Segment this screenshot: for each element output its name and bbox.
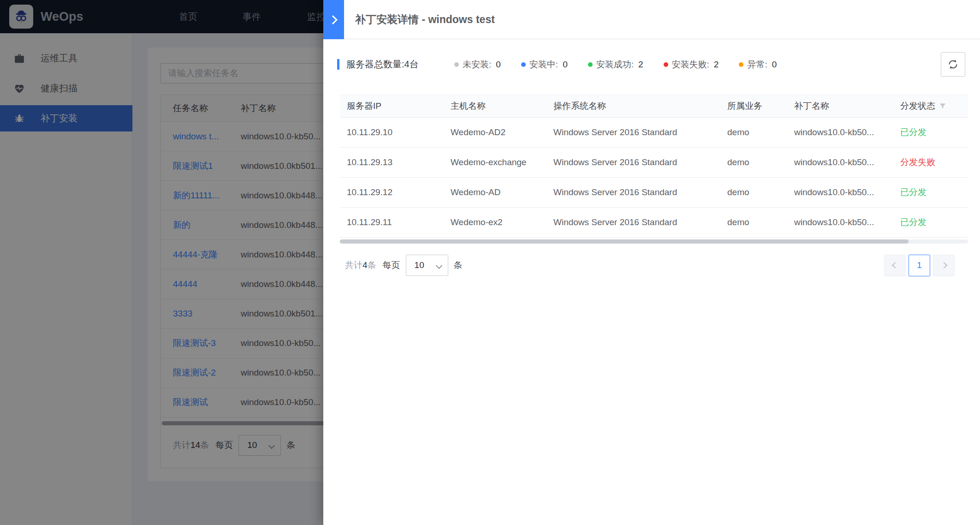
distribute-status-cell: 已分发 bbox=[893, 126, 968, 138]
server-summary-row: 服务器总数量:4台 未安装: 0 安装中: 0 安装成功: 2 bbox=[323, 52, 980, 77]
table-row[interactable]: 10.11.29.13 Wedemo-exchange Windows Serv… bbox=[340, 148, 968, 178]
status-value: 0 bbox=[496, 60, 501, 70]
status-label: 未安装: bbox=[463, 59, 491, 71]
business-cell: demo bbox=[720, 217, 787, 227]
patch-detail-drawer: 补丁安装详情 - windows test 服务器总数量:4台 未安装: 0 安… bbox=[323, 0, 980, 525]
os-name-cell: Windows Server 2016 Standard bbox=[546, 217, 720, 227]
total-prefix: 共计 bbox=[345, 259, 362, 271]
os-name-cell: Windows Server 2016 Standard bbox=[546, 187, 720, 197]
status-label: 安装成功: bbox=[596, 59, 634, 71]
filter-funnel-icon[interactable] bbox=[939, 102, 946, 110]
status-value: 2 bbox=[714, 60, 719, 70]
drawer-header: 补丁安装详情 - windows test bbox=[323, 0, 980, 39]
chevron-right-icon bbox=[940, 262, 947, 268]
server-ip-cell: 10.11.29.11 bbox=[340, 217, 444, 227]
os-name-cell: Windows Server 2016 Standard bbox=[546, 157, 720, 167]
chevron-left-icon bbox=[891, 262, 898, 268]
total-count: 4 bbox=[362, 260, 368, 270]
status-value: 0 bbox=[563, 60, 568, 70]
column-header-server-ip: 服务器IP bbox=[340, 100, 444, 112]
column-header-host-name: 主机名称 bbox=[444, 100, 546, 112]
status-dot-gray bbox=[454, 62, 459, 67]
table-row[interactable]: 10.11.29.10 Wedemo-AD2 Windows Server 20… bbox=[340, 118, 968, 148]
accent-bar bbox=[337, 59, 339, 70]
host-name-cell: Wedemo-AD2 bbox=[444, 127, 546, 137]
per-page-label: 每页 bbox=[383, 259, 400, 271]
server-table-pagination: 共计 4 条 每页 10 条 1 bbox=[340, 254, 968, 276]
status-dot-green bbox=[588, 62, 593, 67]
status-dot-orange bbox=[739, 62, 743, 67]
table-row[interactable]: 10.11.29.12 Wedemo-AD Windows Server 201… bbox=[340, 178, 968, 208]
column-header-distribute-status: 分发状态 bbox=[893, 100, 968, 112]
host-name-cell: Wedemo-exchange bbox=[444, 157, 546, 167]
app-window: WeOps 首页 事件 监控 运维工具 健康扫描 补丁安装 bbox=[0, 0, 980, 525]
distribute-status-cell: 已分发 bbox=[893, 186, 968, 198]
next-page-button[interactable] bbox=[933, 255, 955, 276]
table-row[interactable]: 10.11.29.11 Wedemo-ex2 Windows Server 20… bbox=[340, 208, 968, 238]
business-cell: demo bbox=[720, 127, 787, 137]
page-size-value: 10 bbox=[415, 260, 424, 270]
drawer-collapse-button[interactable] bbox=[323, 0, 344, 39]
unit-label: 条 bbox=[454, 259, 463, 271]
os-name-cell: Windows Server 2016 Standard bbox=[546, 127, 720, 137]
business-cell: demo bbox=[720, 187, 787, 197]
status-success: 安装成功: 2 bbox=[588, 59, 643, 71]
status-abnormal: 异常: 0 bbox=[739, 59, 777, 71]
business-cell: demo bbox=[720, 157, 787, 167]
patch-name-cell: windows10.0-kb50... bbox=[787, 217, 893, 227]
server-ip-cell: 10.11.29.10 bbox=[340, 127, 444, 137]
page-number-button[interactable]: 1 bbox=[909, 255, 930, 276]
status-label: 安装失败: bbox=[672, 59, 709, 71]
patch-name-cell: windows10.0-kb50... bbox=[787, 157, 893, 167]
chevron-right-icon bbox=[328, 15, 338, 24]
status-failed: 安装失败: 2 bbox=[664, 59, 719, 71]
distribute-status-cell: 分发失败 bbox=[893, 156, 968, 168]
refresh-button[interactable] bbox=[941, 52, 965, 77]
column-header-patch-name: 补丁名称 bbox=[787, 100, 893, 112]
column-header-business: 所属业务 bbox=[720, 100, 787, 112]
previous-page-button[interactable] bbox=[884, 255, 906, 276]
server-ip-cell: 10.11.29.12 bbox=[340, 187, 444, 197]
server-patch-table: 服务器IP 主机名称 操作系统名称 所属业务 补丁名称 分发状态 10.11.2… bbox=[340, 95, 968, 238]
host-name-cell: Wedemo-ex2 bbox=[444, 217, 546, 227]
patch-name-cell: windows10.0-kb50... bbox=[787, 127, 893, 137]
server-total-label: 服务器总数量:4台 bbox=[346, 52, 419, 77]
status-dot-red bbox=[664, 62, 668, 67]
distribute-status-cell: 已分发 bbox=[893, 216, 968, 228]
status-value: 0 bbox=[772, 60, 777, 70]
status-label: 安装中: bbox=[529, 59, 558, 71]
page-size-select[interactable]: 10 bbox=[406, 255, 448, 276]
column-header-label: 分发状态 bbox=[900, 100, 935, 112]
status-legend: 未安装: 0 安装中: 0 安装成功: 2 安装失败: 2 bbox=[454, 52, 777, 77]
status-value: 2 bbox=[638, 60, 643, 70]
chevron-down-icon bbox=[436, 262, 442, 269]
refresh-icon bbox=[947, 58, 959, 71]
drawer-title: 补丁安装详情 - windows test bbox=[355, 0, 495, 39]
total-suffix: 条 bbox=[368, 259, 376, 271]
horizontal-scrollbar-thumb[interactable] bbox=[340, 239, 909, 244]
column-header-os-name: 操作系统名称 bbox=[546, 100, 720, 112]
server-ip-cell: 10.11.29.13 bbox=[340, 157, 444, 167]
horizontal-scrollbar-track bbox=[340, 239, 968, 244]
patch-name-cell: windows10.0-kb50... bbox=[787, 187, 893, 197]
pagination-summary: 共计 4 条 每页 10 条 bbox=[345, 254, 463, 276]
host-name-cell: Wedemo-AD bbox=[444, 187, 546, 197]
status-installing: 安装中: 0 bbox=[521, 59, 568, 71]
status-dot-blue bbox=[521, 62, 526, 67]
status-not-installed: 未安装: 0 bbox=[454, 59, 501, 71]
server-table-header: 服务器IP 主机名称 操作系统名称 所属业务 补丁名称 分发状态 bbox=[340, 95, 968, 118]
status-label: 异常: bbox=[747, 59, 767, 71]
pagination-controls: 1 bbox=[884, 254, 955, 276]
